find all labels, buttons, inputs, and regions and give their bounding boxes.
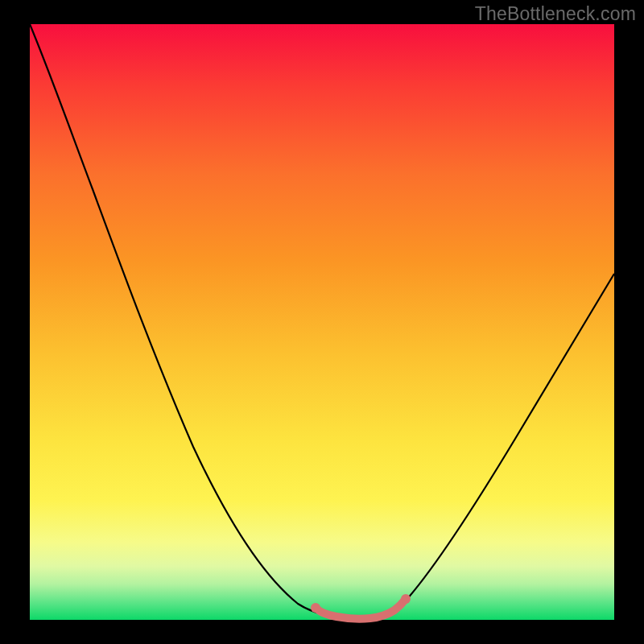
bottleneck-chart (0, 0, 644, 644)
plot-area (30, 24, 614, 620)
watermark-text: TheBottleneck.com (475, 3, 636, 25)
highlight-dot-right (401, 594, 411, 604)
highlight-dot-left (311, 603, 320, 613)
chart-container: TheBottleneck.com (0, 0, 644, 644)
